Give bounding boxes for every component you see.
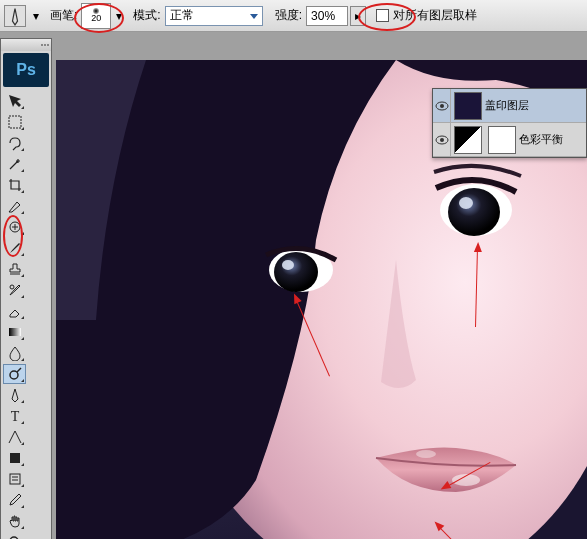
visibility-icon[interactable] — [433, 123, 451, 156]
crop-tool[interactable] — [3, 175, 26, 195]
slice-tool[interactable] — [3, 196, 26, 216]
mode-select[interactable]: 正常 — [165, 6, 263, 26]
healing-tool[interactable] — [3, 217, 26, 237]
tool-preset-icon[interactable] — [4, 5, 26, 27]
dodge-tool[interactable] — [3, 364, 26, 384]
gradient-tool[interactable] — [3, 322, 26, 342]
pen-tool[interactable] — [3, 385, 26, 405]
strength-input[interactable]: 30% — [306, 6, 348, 26]
layer-mask-thumb — [488, 126, 516, 154]
svg-point-16 — [448, 188, 500, 236]
svg-point-18 — [452, 474, 480, 486]
svg-point-19 — [416, 450, 436, 458]
mode-label: 模式: — [133, 7, 160, 24]
eraser-tool[interactable] — [3, 301, 26, 321]
layer-name: 盖印图层 — [485, 98, 529, 113]
tools-panel: Ps T ⤭ — [0, 38, 52, 539]
svg-rect-6 — [10, 453, 20, 463]
svg-rect-0 — [9, 116, 21, 128]
svg-point-14 — [282, 260, 294, 270]
mode-value: 正常 — [170, 7, 194, 24]
eyedropper-tool[interactable] — [3, 490, 26, 510]
notes-tool[interactable] — [3, 469, 26, 489]
brush-size-value: 20 — [91, 14, 101, 23]
layer-thumb — [454, 92, 482, 120]
svg-point-13 — [274, 252, 318, 292]
zoom-tool[interactable] — [3, 532, 26, 539]
photoshop-logo-icon: Ps — [3, 53, 49, 87]
options-bar: ▾ 画笔: 20 ▾ 模式: 正常 强度: 30% ▸ 对所有图层取样 — [0, 0, 587, 32]
type-tool[interactable]: T — [3, 406, 26, 426]
svg-point-17 — [459, 197, 473, 209]
brush-tool[interactable] — [3, 238, 26, 258]
layer-row[interactable]: 盖印图层 — [433, 89, 586, 123]
layers-panel: 盖印图层色彩平衡 — [432, 88, 587, 158]
layer-row[interactable]: 色彩平衡 — [433, 123, 586, 157]
layer-name: 色彩平衡 — [519, 132, 563, 147]
svg-rect-7 — [10, 474, 20, 484]
svg-point-21 — [440, 104, 444, 108]
tool-preset-dropdown[interactable]: ▾ — [30, 6, 42, 26]
layer-thumb — [454, 126, 482, 154]
marquee-tool[interactable] — [3, 112, 26, 132]
visibility-icon[interactable] — [433, 89, 451, 122]
path-tool[interactable] — [3, 427, 26, 447]
shape-tool[interactable] — [3, 448, 26, 468]
strength-spinner[interactable]: ▸ — [350, 6, 366, 26]
lasso-tool[interactable] — [3, 133, 26, 153]
svg-text:T: T — [10, 409, 19, 424]
move-tool[interactable] — [3, 91, 26, 111]
strength-label: 强度: — [275, 7, 302, 24]
history-brush-tool[interactable] — [3, 280, 26, 300]
brush-picker[interactable]: 20 — [81, 3, 111, 29]
tools-header[interactable] — [1, 39, 51, 51]
brush-dropdown[interactable]: ▾ — [113, 6, 125, 26]
blur-tool[interactable] — [3, 343, 26, 363]
sample-all-checkbox[interactable] — [376, 9, 389, 22]
brush-label: 画笔: — [50, 7, 77, 24]
svg-point-23 — [440, 138, 444, 142]
stamp-tool[interactable] — [3, 259, 26, 279]
hand-tool[interactable] — [3, 511, 26, 531]
magic-wand-tool[interactable] — [3, 154, 26, 174]
sample-all-label: 对所有图层取样 — [393, 7, 477, 24]
svg-point-4 — [10, 371, 18, 379]
strength-value: 30% — [311, 9, 335, 23]
svg-rect-3 — [9, 328, 21, 336]
svg-point-2 — [10, 285, 14, 289]
